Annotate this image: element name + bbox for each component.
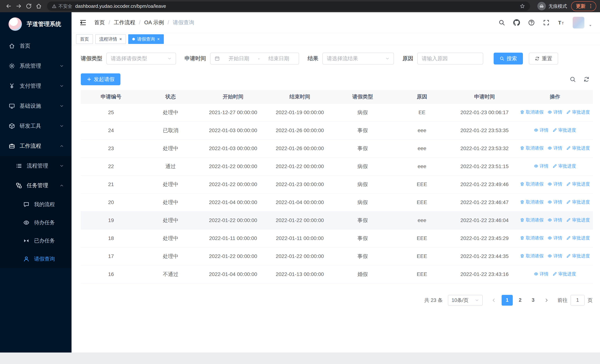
close-icon[interactable]: ×: [157, 37, 160, 42]
action-progress[interactable]: 审批进度: [553, 271, 576, 277]
apply-time-range-picker[interactable]: 开始日期 - 结束日期: [210, 53, 299, 65]
table-row[interactable]: 22通过2022-01-22 00:00:002022-01-22 00:00:…: [81, 157, 593, 175]
action-detail[interactable]: 详情: [548, 199, 562, 205]
help-icon[interactable]: [528, 19, 535, 26]
update-chip[interactable]: 更新: [571, 1, 596, 11]
table-row[interactable]: 18处理中2022-01-11 00:00:002022-01-11 00:00…: [81, 229, 593, 247]
action-cancel[interactable]: 取消请假: [520, 181, 544, 187]
chevron-down-icon: [60, 84, 64, 88]
column-header: 状态: [141, 90, 200, 103]
leave-type-select[interactable]: 请选择请假类型: [106, 53, 176, 65]
tab-home[interactable]: 首页: [76, 34, 93, 44]
page-size-select[interactable]: 10条/页: [448, 295, 483, 306]
breadcrumb-item[interactable]: 工作流程: [114, 19, 135, 26]
result-placeholder: 请选择流结果: [327, 55, 358, 62]
action-progress[interactable]: 审批进度: [566, 145, 590, 151]
prev-page-button[interactable]: [488, 295, 499, 306]
goto-page-input[interactable]: [571, 295, 585, 306]
action-progress[interactable]: 审批进度: [566, 235, 590, 241]
action-detail[interactable]: 详情: [548, 145, 562, 151]
forward-button[interactable]: [14, 1, 24, 11]
breadcrumb-item[interactable]: OA 示例: [144, 19, 164, 26]
back-button[interactable]: [4, 1, 14, 11]
bookmark-star-icon[interactable]: [520, 3, 525, 9]
table-row[interactable]: 21处理中2022-01-22 00:00:002022-01-23 00:00…: [81, 175, 593, 193]
action-cancel[interactable]: 取消请假: [520, 217, 544, 223]
tab-leave-query[interactable]: 请假查询×: [128, 34, 164, 44]
table-row[interactable]: 20处理中2022-01-04 00:00:002022-01-04 00:00…: [81, 193, 593, 211]
font-size-icon[interactable]: TT: [558, 19, 564, 26]
action-progress[interactable]: 审批进度: [566, 109, 590, 115]
cell-status: 处理中: [141, 193, 200, 211]
toggle-search-button[interactable]: [570, 76, 576, 83]
page-button-3[interactable]: 3: [527, 295, 539, 306]
action-detail[interactable]: 详情: [534, 127, 548, 133]
table-row[interactable]: 25处理中2021-12-27 00:00:002022-01-19 00:00…: [81, 103, 593, 121]
security-chip[interactable]: 不安全: [52, 3, 72, 9]
home-button[interactable]: [34, 1, 44, 11]
breadcrumb-item[interactable]: 首页: [94, 19, 105, 26]
action-progress[interactable]: 审批进度: [566, 181, 590, 187]
table-row[interactable]: 19处理中2022-01-22 00:00:002022-01-22 00:00…: [81, 211, 593, 229]
sidebar-item-payment-management[interactable]: 支付管理: [0, 76, 72, 96]
sidebar-item-workflow[interactable]: 工作流程: [0, 136, 72, 156]
action-detail[interactable]: 详情: [534, 163, 548, 169]
github-icon[interactable]: [513, 19, 520, 26]
sidebar-item-dev-tools[interactable]: 研发工具: [0, 116, 72, 136]
svg-text:T: T: [562, 21, 564, 25]
create-leave-button[interactable]: 发起请假: [81, 73, 121, 85]
fullscreen-icon[interactable]: [543, 19, 550, 26]
sidebar-item-system-management[interactable]: 系统管理: [0, 56, 72, 76]
cell-start-time: 2022-01-03 00:00:00: [200, 139, 266, 157]
action-progress[interactable]: 审批进度: [566, 199, 590, 205]
url-text[interactable]: dashboard.yudao.iocoder.cn/bpm/oa/leave: [75, 3, 166, 9]
action-detail[interactable]: 详情: [548, 217, 562, 223]
sidebar-item-process-management[interactable]: 流程管理: [0, 156, 72, 176]
chevron-down-icon: [168, 56, 172, 61]
action-progress[interactable]: 审批进度: [566, 253, 590, 259]
action-progress[interactable]: 审批进度: [553, 127, 576, 133]
action-cancel[interactable]: 取消请假: [520, 199, 544, 205]
sidebar-item-todo-tasks[interactable]: 待办任务: [0, 214, 72, 232]
action-detail[interactable]: 详情: [548, 253, 562, 259]
action-detail[interactable]: 详情: [548, 235, 562, 241]
cell-apply-time: 2022-01-22 23:51:15: [452, 157, 517, 175]
refresh-table-button[interactable]: [583, 76, 590, 83]
action-cancel[interactable]: 取消请假: [520, 109, 544, 115]
result-select[interactable]: 请选择流结果: [322, 53, 394, 65]
sidebar-item-leave-query[interactable]: 请假查询: [0, 250, 72, 268]
table-row[interactable]: 17处理中2022-01-22 00:00:002022-01-22 00:00…: [81, 247, 593, 265]
table-row[interactable]: 23处理中2022-01-03 00:00:002022-01-26 00:00…: [81, 139, 593, 157]
sidebar-item-my-process[interactable]: 我的流程: [0, 195, 72, 214]
table-row[interactable]: 16不通过2022-01-04 00:00:002022-01-13 00:00…: [81, 265, 593, 283]
next-page-button[interactable]: [541, 295, 552, 306]
page-button-2[interactable]: 2: [515, 295, 526, 306]
user-avatar[interactable]: [572, 17, 584, 28]
collapse-sidebar-button[interactable]: [79, 19, 87, 26]
search-button[interactable]: 搜索: [494, 53, 523, 65]
page-button-1[interactable]: 1: [502, 295, 513, 306]
tab-process-detail[interactable]: 流程详情×: [95, 34, 126, 44]
action-progress[interactable]: 审批进度: [553, 163, 576, 169]
reason-input[interactable]: [417, 53, 483, 65]
caret-down-icon[interactable]: [589, 24, 592, 28]
action-cancel[interactable]: 取消请假: [520, 235, 544, 241]
action-cancel[interactable]: 取消请假: [520, 253, 544, 259]
action-progress[interactable]: 审批进度: [566, 217, 590, 223]
action-detail[interactable]: 详情: [534, 271, 548, 277]
reload-button[interactable]: [24, 1, 34, 11]
sidebar-item-infrastructure[interactable]: 基础设施: [0, 96, 72, 116]
app-logo[interactable]: 芋道管理系统: [0, 12, 72, 36]
global-search-icon[interactable]: [498, 19, 505, 26]
action-cancel[interactable]: 取消请假: [520, 145, 544, 151]
reset-button[interactable]: 重置: [529, 53, 558, 65]
close-icon[interactable]: ×: [119, 37, 122, 42]
action-detail[interactable]: 详情: [548, 109, 562, 115]
sidebar-item-home[interactable]: 首页: [0, 36, 72, 56]
address-bar[interactable]: 不安全 dashboard.yudao.iocoder.cn/bpm/oa/le…: [47, 1, 530, 11]
table-row[interactable]: 24已取消2022-01-03 00:00:002022-01-26 00:00…: [81, 121, 593, 139]
sidebar-item-task-management[interactable]: 任务管理: [0, 176, 72, 195]
sidebar-item-done-tasks[interactable]: 已办任务: [0, 232, 72, 250]
browser-menu-icon[interactable]: [588, 3, 593, 9]
action-detail[interactable]: 详情: [548, 181, 562, 187]
